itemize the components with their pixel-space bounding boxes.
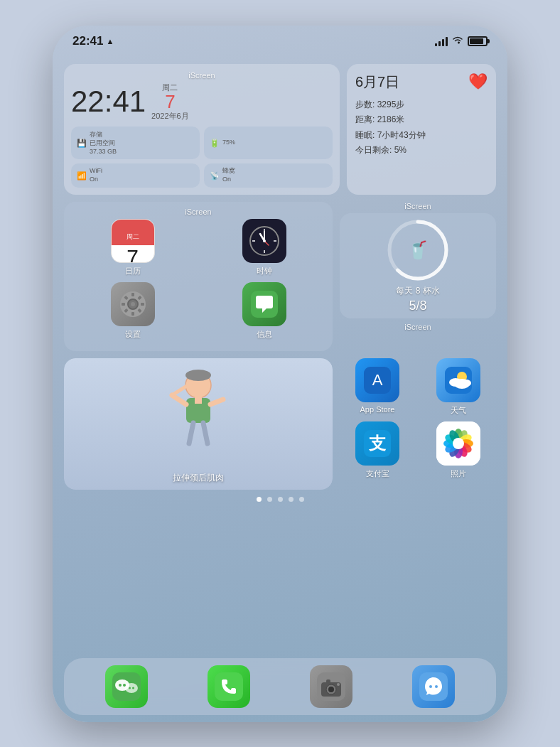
wifi-stat: 📶 WiFi On xyxy=(71,163,200,187)
phone-dock-item[interactable] xyxy=(208,665,250,708)
alipay-app[interactable]: 支 支付宝 xyxy=(340,421,415,479)
iscreen-label-water-bottom: iScreen xyxy=(340,323,496,331)
dot-3[interactable] xyxy=(278,497,283,502)
svg-point-70 xyxy=(429,685,432,688)
dot-4[interactable] xyxy=(289,497,294,502)
alipay-icon: 支 xyxy=(355,421,399,466)
qq-dock-item[interactable] xyxy=(412,665,455,708)
app-row-1: 周二 7 日历 xyxy=(70,219,327,276)
status-bar: 22:41 ▲ xyxy=(53,26,507,57)
appstore-label: App Store xyxy=(360,405,395,414)
calendar-day-number: 7 xyxy=(126,245,139,263)
svg-rect-26 xyxy=(195,397,202,404)
photos-icon xyxy=(436,421,480,466)
svg-point-24 xyxy=(185,370,211,381)
time-display: 22:41 xyxy=(72,34,103,48)
status-icons xyxy=(435,35,488,47)
svg-rect-14 xyxy=(122,303,125,306)
sleep-stat: 睡眠: 7小时43分钟 xyxy=(355,128,488,144)
battery-percent: 75% xyxy=(222,139,235,147)
photos-label: 照片 xyxy=(451,468,466,479)
svg-rect-15 xyxy=(141,303,144,306)
weather-app[interactable]: 天气 xyxy=(421,358,496,416)
appstore-app[interactable]: A App Store xyxy=(340,358,415,416)
stretch-title: 拉伸颈后肌肉 xyxy=(173,473,224,483)
svg-rect-67 xyxy=(326,679,330,683)
settings-app[interactable]: 设置 xyxy=(70,282,195,340)
wifi-label: WiFi xyxy=(90,167,102,176)
svg-point-68 xyxy=(337,683,340,686)
widget-year: 2022年6月 xyxy=(151,111,189,121)
svg-point-66 xyxy=(328,687,334,692)
stretch-figure xyxy=(152,365,244,458)
page-dots xyxy=(64,497,496,502)
wifi-icon xyxy=(452,35,463,47)
weather-label: 天气 xyxy=(451,405,466,416)
phone-icon xyxy=(208,665,250,708)
svg-line-31 xyxy=(203,423,208,444)
heart-icon: ❤️ xyxy=(468,72,488,91)
wechat-icon xyxy=(105,665,148,708)
main-content: iScreen 22:41 周二 7 2022年6月 💾 存储 xyxy=(53,57,507,658)
calendar-day-display: 7 xyxy=(126,245,139,263)
settings-label: 设置 xyxy=(125,329,141,340)
dock xyxy=(64,658,496,715)
calendar-header: 周二 xyxy=(112,220,154,245)
dot-1[interactable] xyxy=(257,497,262,502)
camera-dock-item[interactable] xyxy=(310,665,352,708)
clock-icon xyxy=(242,219,286,263)
storage-label: 存储 xyxy=(90,130,117,139)
storage-stat: 💾 存储 已用空间37.33 GB xyxy=(71,127,200,159)
svg-line-27 xyxy=(172,395,186,404)
dot-5[interactable] xyxy=(299,497,304,502)
svg-point-38 xyxy=(461,380,471,387)
storage-value: 已用空间37.33 GB xyxy=(90,139,117,156)
water-cup-icon: 🥤 xyxy=(407,240,429,260)
signal-bars-icon xyxy=(435,36,448,46)
water-widget[interactable]: 🥤 每天 8 杯水 5/8 xyxy=(340,213,496,318)
clock-label: 时钟 xyxy=(257,266,272,276)
calendar-weekday-label: 周二 xyxy=(126,233,139,240)
dot-2[interactable] xyxy=(267,497,272,502)
calendar-label: 日历 xyxy=(125,266,141,276)
water-title: 每天 8 杯水 xyxy=(396,285,439,297)
calendar-icon: 周二 7 xyxy=(111,219,155,263)
widget-time-row: 22:41 周二 7 2022年6月 xyxy=(71,82,333,122)
stretch-widget[interactable]: 拉伸颈后肌肉 xyxy=(64,358,333,490)
right-widget: 6月7日 ❤️ 步数: 3295步 距离: 2186米 睡眠: 7小时43分钟 … xyxy=(347,64,496,195)
water-icon-center: 🥤 xyxy=(386,218,450,282)
phone-frame: 22:41 ▲ xyxy=(53,26,507,722)
svg-rect-62 xyxy=(215,672,243,701)
wifi-stat-icon: 📶 xyxy=(77,171,87,181)
water-count: 5/8 xyxy=(409,299,426,313)
left-widget: iScreen 22:41 周二 7 2022年6月 💾 存储 xyxy=(64,64,340,195)
cellular-icon: 📡 xyxy=(210,171,220,181)
battery-stat: 🔋 75% xyxy=(204,127,333,159)
app-grid-section: iScreen 周二 7 日历 xyxy=(64,202,496,351)
camera-icon xyxy=(310,665,352,708)
calendar-app[interactable]: 周二 7 日历 xyxy=(70,219,195,276)
battery-fill xyxy=(470,38,483,44)
messages-icon xyxy=(242,282,286,326)
wechat-dock-item[interactable] xyxy=(105,665,148,708)
steps-stat: 步数: 3295步 xyxy=(355,97,488,113)
stretch-label: 拉伸颈后肌肉 xyxy=(64,471,333,484)
messages-app[interactable]: 信息 xyxy=(201,282,327,340)
water-circle-container: 🥤 xyxy=(386,218,450,282)
cellular-stat: 📡 蜂窝 On xyxy=(204,163,333,187)
cellular-status: On xyxy=(222,176,235,184)
photos-app[interactable]: 照片 xyxy=(421,421,496,479)
widget-clock-time: 22:41 xyxy=(71,87,146,117)
app-row-2: 设置 信息 xyxy=(70,282,327,340)
widget-stats-grid: 💾 存储 已用空间37.33 GB 🔋 75% 📶 WiFi xyxy=(71,127,333,188)
iscreen-label-left: iScreen xyxy=(71,71,333,80)
svg-point-11 xyxy=(131,302,135,306)
svg-line-30 xyxy=(189,423,193,444)
widgets-row: iScreen 22:41 周二 7 2022年6月 💾 存储 xyxy=(64,64,496,195)
settings-icon xyxy=(111,282,155,326)
widget-day-number: 7 xyxy=(165,92,175,111)
status-time: 22:41 ▲ xyxy=(72,34,114,48)
clock-app[interactable]: 时钟 xyxy=(201,219,327,276)
svg-rect-12 xyxy=(131,293,134,296)
iscreen-label-apps: iScreen xyxy=(70,208,327,216)
